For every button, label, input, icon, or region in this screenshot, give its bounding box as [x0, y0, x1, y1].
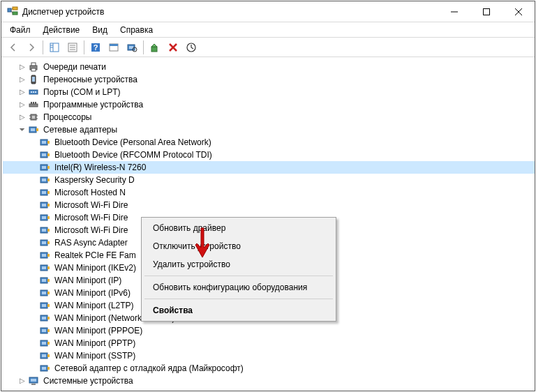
tree-category-network[interactable]: ⏷ Сетевые адаптеры — [3, 123, 535, 136]
svg-rect-102 — [42, 354, 46, 357]
tree-item-label: RAS Async Adapter — [53, 236, 129, 249]
ctx-properties[interactable]: Свойства — [143, 301, 334, 319]
network-adapter-icon — [39, 149, 50, 160]
update-button[interactable] — [183, 39, 200, 56]
network-adapter-icon — [39, 199, 50, 211]
svg-rect-96 — [42, 329, 46, 332]
svg-rect-70 — [47, 216, 50, 219]
window-controls — [438, 1, 535, 22]
tree-item-label: WAN Miniport (IKEv2) — [53, 262, 137, 274]
svg-rect-61 — [47, 179, 50, 181]
tree-item-label: WAN Miniport (PPPOE) — [53, 324, 144, 337]
svg-point-35 — [33, 91, 34, 93]
menu-view[interactable]: Вид — [87, 24, 113, 36]
titlebar: Диспетчер устройств — [1, 1, 535, 22]
tree-item-label: WAN Miniport (IP) — [53, 274, 123, 287]
tree-item-kernel-dbg[interactable]: Сетевой адаптер с отладкой ядра (Майкрос… — [3, 362, 535, 375]
tree-category-portable[interactable]: ▷ Переносные устройства — [3, 73, 535, 86]
close-button[interactable] — [502, 1, 535, 22]
svg-rect-85 — [47, 279, 50, 282]
svg-rect-105 — [42, 367, 46, 370]
svg-rect-109 — [31, 384, 36, 385]
tree-item-label: Bluetooth Device (RFCOMM Protocol TDI) — [53, 149, 214, 161]
maximize-button[interactable] — [470, 1, 502, 22]
svg-rect-63 — [42, 191, 46, 194]
svg-rect-66 — [42, 204, 46, 206]
svg-rect-64 — [47, 191, 50, 194]
svg-rect-93 — [42, 317, 46, 319]
tree-item-wan-pppoe[interactable]: WAN Miniport (PPPOE) — [3, 324, 535, 337]
tree-item-label: Microsoft Wi-Fi Dire — [53, 211, 129, 224]
chevron-right-icon[interactable]: ▷ — [17, 73, 28, 86]
tree-item-ms-wifi1[interactable]: Microsoft Wi-Fi Dire — [3, 199, 535, 211]
window-title: Диспетчер устройств — [22, 7, 438, 17]
chevron-right-icon[interactable]: ▷ — [17, 375, 28, 387]
svg-rect-55 — [47, 153, 50, 156]
chevron-right-icon[interactable]: ▷ — [17, 86, 28, 98]
tree-item-ms-hosted[interactable]: Microsoft Hosted N — [3, 186, 535, 199]
forward-button[interactable] — [23, 39, 40, 56]
tree-category-ports[interactable]: ▷ Порты (COM и LPT) — [3, 86, 535, 98]
svg-rect-90 — [42, 304, 46, 307]
svg-rect-100 — [47, 342, 50, 345]
svg-rect-60 — [42, 179, 46, 181]
chevron-right-icon[interactable]: ▷ — [17, 61, 28, 73]
svg-rect-48 — [31, 128, 35, 131]
tree-item-label: Bluetooth Device (Personal Area Network) — [53, 136, 213, 149]
tree-category-system[interactable]: ▷ Системные устройства — [3, 375, 535, 387]
chevron-right-icon[interactable]: ▷ — [17, 98, 28, 111]
svg-rect-79 — [47, 254, 50, 257]
svg-rect-1 — [13, 7, 17, 10]
svg-rect-54 — [42, 153, 46, 156]
menubar: Файл Действие Вид Справка — [1, 22, 535, 38]
menu-file[interactable]: Файл — [4, 24, 36, 36]
menu-action[interactable]: Действие — [38, 24, 86, 36]
svg-rect-40 — [35, 102, 36, 104]
tree-item-bt-rfcomm[interactable]: Bluetooth Device (RFCOMM Protocol TDI) — [3, 149, 535, 161]
network-adapter-icon — [39, 237, 50, 248]
chevron-right-icon[interactable]: ▷ — [17, 111, 28, 123]
svg-point-36 — [35, 91, 36, 93]
ctx-scan-hardware[interactable]: Обновить конфигурацию оборудования — [143, 278, 334, 296]
help-button[interactable]: ? — [87, 39, 104, 56]
scan-hardware-button[interactable] — [124, 39, 140, 56]
tree-item-label: WAN Miniport (L2TP) — [53, 299, 135, 312]
content-area: ▷ Очереди печати ▷ Переносные устройства… — [1, 57, 535, 391]
ctx-separator — [144, 299, 333, 299]
svg-rect-84 — [42, 279, 46, 282]
menu-help[interactable]: Справка — [114, 24, 158, 36]
enable-button[interactable] — [147, 39, 163, 56]
toolbar-separator — [43, 40, 43, 54]
tree-category-print-queues[interactable]: ▷ Очереди печати — [3, 61, 535, 73]
tree-item-kaspersky[interactable]: Kaspersky Security D — [3, 174, 535, 186]
tree-category-software[interactable]: ▷ Программные устройства — [3, 98, 535, 111]
svg-rect-82 — [47, 266, 50, 269]
svg-rect-69 — [42, 216, 46, 219]
tree-item-wan-sstp[interactable]: WAN Miniport (SSTP) — [3, 349, 535, 362]
uninstall-button[interactable] — [165, 39, 181, 56]
back-button[interactable] — [5, 39, 22, 56]
tree-item-wan-pptp[interactable]: WAN Miniport (PPTP) — [3, 337, 535, 349]
device-manager-window: Диспетчер устройств Файл Действие Вид Сп… — [1, 1, 535, 391]
tree-item-label: Intel(R) Wireless-N 7260 — [53, 161, 147, 174]
svg-rect-88 — [47, 292, 50, 294]
ctx-uninstall-device[interactable]: Удалить устройство — [143, 255, 334, 273]
network-adapter-icon — [39, 338, 50, 349]
network-adapter-icon — [39, 162, 50, 173]
svg-rect-38 — [31, 102, 32, 104]
ctx-disable-device[interactable]: Отключить устройство — [143, 237, 334, 255]
svg-rect-39 — [33, 102, 34, 104]
svg-rect-108 — [31, 379, 36, 382]
minimize-button[interactable] — [438, 1, 470, 22]
show-hide-tree-button[interactable] — [46, 39, 63, 56]
ctx-update-driver[interactable]: Обновить драйвер — [143, 219, 334, 237]
svg-rect-58 — [47, 166, 50, 169]
properties-button[interactable] — [64, 39, 81, 56]
tree-item-bt-pan[interactable]: Bluetooth Device (Personal Area Network) — [3, 136, 535, 149]
chevron-down-icon[interactable]: ⏷ — [17, 123, 28, 136]
tree-item-intel[interactable]: Intel(R) Wireless-N 7260 — [3, 161, 535, 174]
tree-item-label: Сетевой адаптер с отладкой ядра (Майкрос… — [53, 362, 245, 375]
mobile-icon — [28, 74, 39, 85]
tree-category-processors[interactable]: ▷ Процессоры — [3, 111, 535, 123]
action-button[interactable] — [105, 39, 122, 56]
